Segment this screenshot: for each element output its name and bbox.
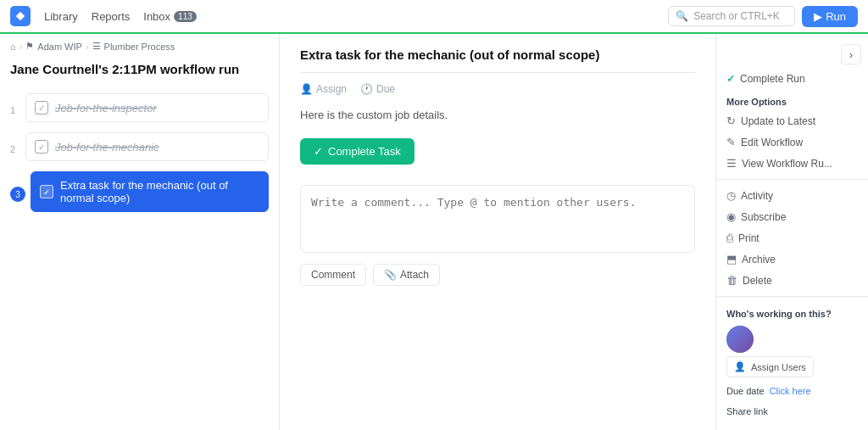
more-options-header: More Options — [716, 90, 868, 110]
play-icon: ▶ — [814, 10, 822, 23]
complete-run-item[interactable]: ✓ Complete Run — [716, 68, 868, 90]
due-date-link[interactable]: Click here — [770, 386, 811, 396]
due-date-label: Due date — [726, 386, 765, 396]
option-edit-workflow[interactable]: ✎ Edit Workflow — [716, 131, 868, 153]
task-label-2: Job-for-the-mechanic — [55, 141, 159, 154]
view-icon: ☰ — [726, 157, 737, 170]
activity-icon: ◷ — [726, 189, 736, 202]
nav-reports[interactable]: Reports — [92, 10, 131, 23]
right-panel: › ✓ Complete Run More Options ↻ Update t… — [715, 34, 868, 430]
paperclip-icon: 📎 — [384, 269, 397, 281]
share-link-row: Share link — [716, 401, 868, 422]
task-item-2[interactable]: Job-for-the-mechanic — [25, 132, 269, 161]
task-checkbox-3[interactable] — [40, 185, 53, 198]
option-print[interactable]: ⎙ Print — [716, 227, 868, 249]
task-item-3[interactable]: Extra task for the mechanic (out of norm… — [31, 171, 269, 212]
option-view-workflow-run[interactable]: ☰ View Workflow Ru... — [716, 153, 868, 174]
main-layout: ⌂ › ⚑ Adam WIP › ☰ Plumber Process Jane … — [0, 34, 868, 430]
nav-inbox[interactable]: Inbox 113 — [143, 10, 197, 23]
attach-button[interactable]: 📎 Attach — [373, 264, 440, 286]
task-number-3: 3 — [10, 187, 25, 202]
breadcrumb: ⌂ › ⚑ Adam WIP › ☰ Plumber Process — [0, 34, 279, 59]
complete-run-check-icon: ✓ — [726, 73, 735, 85]
breadcrumb-icon-plumber: ☰ — [92, 41, 101, 52]
option-update-latest[interactable]: ↻ Update to Latest — [716, 110, 868, 131]
collapse-button[interactable]: › — [841, 44, 861, 64]
working-on-header: Who's working on this? — [716, 302, 868, 322]
nav-right: 🔍 Search or CTRL+K ▶ Run — [668, 6, 858, 27]
inbox-badge: 113 — [174, 11, 197, 22]
panel-title: Jane Courtnell's 2:11PM workflow run — [0, 59, 279, 87]
assign-icon: 👤 — [300, 83, 313, 95]
breadcrumb-icon-adam: ⚑ — [25, 41, 34, 52]
divider-1 — [716, 179, 868, 180]
nav-links: Library Reports Inbox 113 — [44, 10, 668, 23]
task-checkbox-2[interactable] — [35, 140, 48, 154]
task-number-1: 1 — [10, 105, 20, 115]
option-subscribe[interactable]: ◉ Subscribe — [716, 206, 868, 227]
task-title: Extra task for the mechanic (out of norm… — [300, 47, 695, 62]
task-label-3: Extra task for the mechanic (out of norm… — [60, 179, 259, 204]
task-row-2: 2 Job-for-the-mechanic — [10, 132, 269, 166]
task-divider — [300, 72, 695, 73]
top-nav: Library Reports Inbox 113 🔍 Search or CT… — [0, 0, 868, 34]
option-archive[interactable]: ⬒ Archive — [716, 249, 868, 270]
print-icon: ⎙ — [726, 232, 733, 244]
search-box[interactable]: 🔍 Search or CTRL+K — [668, 6, 795, 26]
comment-input[interactable] — [300, 185, 695, 253]
task-meta: 👤 Assign 🕐 Due — [300, 83, 695, 95]
search-icon: 🔍 — [676, 10, 688, 22]
avatar-image — [726, 326, 754, 353]
archive-icon: ⬒ — [726, 253, 737, 265]
option-delete[interactable]: 🗑 Delete — [716, 270, 868, 291]
complete-task-button[interactable]: ✓ Complete Task — [300, 138, 415, 165]
checkmark-icon: ✓ — [314, 145, 323, 158]
assign-meta[interactable]: 👤 Assign — [300, 83, 347, 95]
subscribe-icon: ◉ — [726, 210, 736, 223]
comment-button[interactable]: Comment — [300, 264, 366, 286]
home-icon[interactable]: ⌂ — [10, 42, 16, 52]
option-activity[interactable]: ◷ Activity — [716, 185, 868, 206]
center-panel: Extra task for the mechanic (out of norm… — [280, 34, 715, 430]
left-panel: ⌂ › ⚑ Adam WIP › ☰ Plumber Process Jane … — [0, 34, 280, 430]
task-number-2: 2 — [10, 144, 20, 154]
due-meta[interactable]: 🕐 Due — [360, 83, 395, 95]
task-row-3: 3 Extra task for the mechanic (out of no… — [10, 171, 269, 217]
task-description: Here is the custom job details. — [300, 109, 695, 121]
comment-actions: Comment 📎 Attach — [300, 264, 695, 286]
task-row-1: 1 Job-for-the-inspector — [10, 93, 269, 127]
assign-users-button[interactable]: 👤 Assign Users — [726, 356, 814, 377]
due-date-row: Due date Click here — [716, 381, 868, 401]
delete-icon: 🗑 — [726, 274, 737, 287]
task-list: 1 Job-for-the-inspector 2 Job-for-the-me… — [0, 87, 279, 229]
assign-users-icon: 👤 — [734, 361, 746, 372]
edit-icon: ✎ — [726, 136, 736, 148]
update-icon: ↻ — [726, 114, 736, 127]
run-button[interactable]: ▶ Run — [802, 6, 858, 27]
task-label-1: Job-for-the-inspector — [55, 102, 157, 114]
task-item-1[interactable]: Job-for-the-inspector — [25, 93, 269, 122]
app-logo[interactable] — [10, 6, 31, 26]
nav-library[interactable]: Library — [44, 10, 78, 23]
avatar — [726, 326, 754, 353]
right-toggle: › — [716, 41, 868, 68]
divider-2 — [716, 296, 868, 297]
clock-icon: 🕐 — [360, 83, 373, 95]
breadcrumb-adam-wip[interactable]: Adam WIP — [37, 42, 82, 52]
task-checkbox-1[interactable] — [35, 101, 48, 114]
breadcrumb-plumber-process[interactable]: Plumber Process — [104, 42, 175, 52]
